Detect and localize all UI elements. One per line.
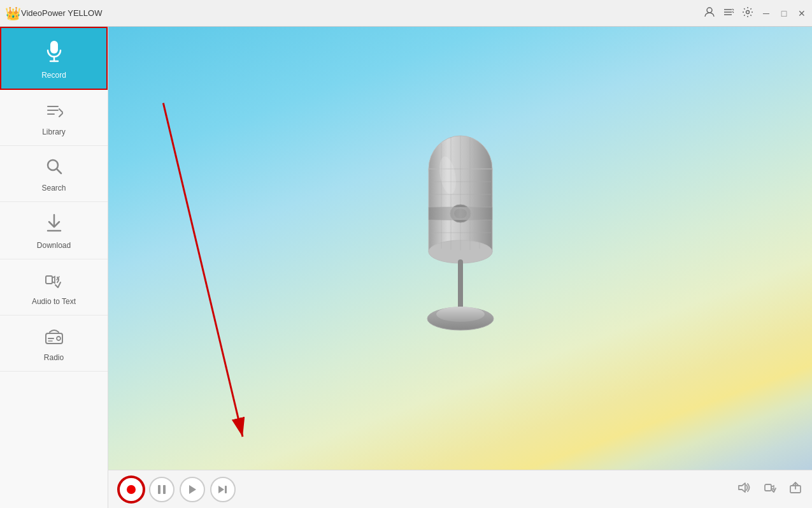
svg-rect-38	[429, 207, 492, 220]
main-layout: Record Library Search	[0, 27, 812, 508]
titlebar-controls: ─ □ ✕	[704, 6, 807, 20]
svg-point-6	[746, 10, 750, 13]
sidebar: Record Library Search	[0, 27, 108, 508]
search-icon	[45, 157, 63, 180]
sidebar-radio-label: Radio	[44, 353, 64, 362]
microphone-illustration	[403, 131, 518, 347]
sidebar-library-label: Library	[42, 127, 66, 136]
radio-icon	[45, 327, 64, 349]
sidebar-item-library[interactable]: Library	[0, 90, 108, 146]
player-bar	[108, 470, 812, 508]
sidebar-record-label: Record	[41, 71, 66, 80]
microphone-icon	[45, 40, 64, 67]
sidebar-item-audio-to-text[interactable]: Audio to Text	[0, 259, 108, 316]
svg-line-4	[732, 9, 734, 10]
svg-rect-49	[225, 486, 227, 493]
main-view	[108, 27, 812, 470]
svg-line-44	[163, 103, 243, 437]
svg-line-14	[57, 169, 61, 173]
content-area	[108, 27, 812, 508]
maximize-button[interactable]: □	[779, 8, 789, 18]
svg-marker-50	[739, 483, 745, 492]
convert-icon[interactable]	[764, 482, 776, 497]
skip-button[interactable]	[210, 477, 236, 502]
sidebar-item-download[interactable]: Download	[0, 202, 108, 259]
play-button[interactable]	[180, 477, 205, 502]
svg-rect-46	[163, 485, 166, 494]
record-dot	[127, 485, 136, 494]
settings-icon[interactable]	[742, 6, 753, 20]
app-title: VideoPower YELLOW	[21, 8, 704, 18]
sidebar-item-radio[interactable]: Radio	[0, 316, 108, 372]
pause-button[interactable]	[149, 477, 175, 502]
svg-point-0	[707, 8, 712, 13]
audio-to-text-icon	[45, 271, 64, 293]
app-logo: 👑	[5, 6, 21, 21]
svg-rect-17	[46, 276, 52, 284]
user-icon[interactable]	[704, 6, 715, 20]
download-icon	[45, 214, 63, 237]
svg-line-5	[732, 11, 734, 13]
sidebar-search-label: Search	[41, 184, 66, 192]
close-button[interactable]: ✕	[797, 8, 807, 18]
titlebar: 👑 VideoPower YELLOW ─ □ ✕	[0, 0, 812, 27]
svg-rect-51	[765, 484, 771, 491]
svg-point-41	[436, 307, 485, 322]
list-icon[interactable]	[723, 6, 734, 20]
player-right-icons	[738, 482, 802, 497]
sidebar-download-label: Download	[37, 241, 71, 250]
export-icon[interactable]	[789, 482, 802, 497]
record-button[interactable]	[118, 477, 144, 502]
sidebar-item-search[interactable]: Search	[0, 146, 108, 202]
svg-rect-45	[158, 485, 160, 494]
svg-rect-7	[50, 41, 58, 54]
svg-marker-47	[189, 485, 196, 494]
sidebar-audio-to-text-label: Audio to Text	[32, 297, 76, 306]
library-icon	[45, 101, 63, 124]
volume-icon[interactable]	[738, 482, 751, 497]
sidebar-item-record[interactable]: Record	[0, 27, 108, 90]
svg-point-20	[57, 337, 61, 340]
minimize-button[interactable]: ─	[761, 8, 771, 18]
svg-marker-48	[218, 486, 224, 493]
